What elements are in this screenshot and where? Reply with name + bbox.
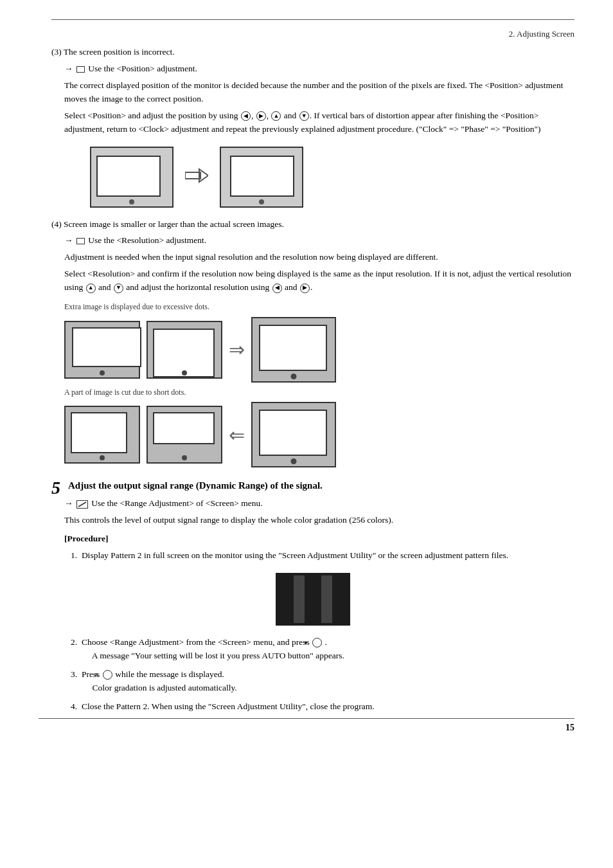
section5-para1: This controls the level of output signal… <box>64 514 574 527</box>
monitor-inline-icon-4 <box>76 238 85 244</box>
section-3: (3) The screen position is incorrect. → … <box>51 46 574 208</box>
procedure-step-3: 3. Press A while the message is displaye… <box>71 668 574 695</box>
rmon-correct2-img <box>259 410 327 456</box>
section4-arrow-line: → Use the <Resolution> adjustment. <box>64 234 574 248</box>
enter-icon-2: ● <box>312 638 322 647</box>
procedure-label: [Procedure] <box>64 532 574 546</box>
rmon-over-right <box>64 321 140 379</box>
bar-4 <box>321 575 332 623</box>
step2-text-after: . <box>324 637 326 647</box>
section4-label: (4) Screen image is smaller or larger th… <box>51 218 574 231</box>
rmon-correct-img <box>259 325 327 371</box>
arrow-symbol-4: → <box>64 235 73 245</box>
rmon-correct <box>251 317 336 383</box>
step2-text: Choose <Range Adjustment> from the <Scre… <box>82 637 310 647</box>
rmon-correct2 <box>251 402 336 467</box>
section5-arrow-line: → Use the <Range Adjustment> of <Screen>… <box>64 497 574 511</box>
pattern-bars <box>276 573 350 626</box>
section3-para1: The correct displayed position of the mo… <box>64 79 574 106</box>
btn-right2-icon: ▶ <box>300 284 310 293</box>
short-dots-label: A part of image is cut due to short dots… <box>64 386 574 399</box>
btn-right-icon: ▶ <box>256 111 266 121</box>
step3-text2: Color gradation is adjusted automaticall… <box>93 683 237 692</box>
rmon-over-down <box>147 321 222 379</box>
page-header: 2. Adjusting Screen <box>51 29 574 39</box>
rmon-correct2-stand <box>291 458 297 464</box>
rmon-correct-stand <box>291 374 297 379</box>
and-text-1: and <box>284 111 299 120</box>
procedure-step-2: 2. Choose <Range Adjustment> from the <S… <box>71 636 574 663</box>
short-dots-diagrams: ⇐ <box>64 402 574 467</box>
section3-para2: Select <Position> and adjust the positio… <box>64 109 574 136</box>
rmon-img-cut2 <box>153 412 215 444</box>
pattern-image <box>51 573 574 626</box>
btn-up2-icon: ▲ <box>86 284 96 293</box>
section3-label: (3) The screen position is incorrect. <box>51 46 574 59</box>
page: 2. Adjusting Screen (3) The screen posit… <box>0 0 613 746</box>
btn-down-icon: ▼ <box>299 111 309 121</box>
arrow-right-diagram <box>185 167 208 187</box>
page-number: 15 <box>565 723 574 733</box>
rmon-stand2 <box>182 370 187 375</box>
step2-num: 2. <box>71 637 80 647</box>
monitor-diagram-before <box>90 147 173 208</box>
svg-rect-0 <box>185 172 200 179</box>
monitor-inline-icon <box>76 66 85 73</box>
step2-text2: A message "Your setting will be lost it … <box>92 651 344 660</box>
step1-text: Display Pattern 2 in full screen on the … <box>82 550 508 560</box>
procedure-step-4: 4. Close the Pattern 2. When using the "… <box>71 700 574 714</box>
btn-up-icon: ▲ <box>271 111 281 121</box>
rmon-stand <box>100 370 105 375</box>
section-5: 5 Adjust the output signal range (Dynami… <box>51 480 574 713</box>
step-content: → Use the <Range Adjustment> of <Screen>… <box>51 497 574 713</box>
hollow-arrow-right: ⇒ <box>229 338 245 361</box>
section-4: (4) Screen image is smaller or larger th… <box>51 218 574 468</box>
step-number: 5 <box>51 479 60 497</box>
top-rule <box>51 19 574 20</box>
section4-para1: Adjustment is needed when the input sign… <box>64 251 574 264</box>
procedure-step-1: 1. Display Pattern 2 in full screen on t… <box>71 549 574 563</box>
bar-2 <box>294 575 305 623</box>
rmon-stand4 <box>182 455 187 460</box>
monitor-diagram-after <box>220 147 303 208</box>
bar-5 <box>335 575 346 623</box>
svg-line-2 <box>78 502 86 507</box>
resolution-section-extra: Extra image is displayed due to excessiv… <box>51 301 574 467</box>
btn-left-icon: ◀ <box>241 111 251 121</box>
header-title: 2. Adjusting Screen <box>509 29 574 39</box>
step3-num: 3. <box>71 669 80 679</box>
bar-3 <box>308 575 319 623</box>
extra-dots-label: Extra image is displayed due to excessiv… <box>64 301 574 313</box>
position-diagrams <box>90 147 574 208</box>
section4-use-text: Use the <Resolution> adjustment. <box>88 235 206 245</box>
step4-text: Close the Pattern 2. When using the "Scr… <box>82 701 375 711</box>
range-icon <box>76 500 88 509</box>
btn-left2-icon: ◀ <box>272 284 282 293</box>
rmon-cut-right <box>64 406 140 464</box>
extra-dots-diagrams: ⇒ <box>64 317 574 383</box>
rmon-img-cut1 <box>71 412 127 453</box>
rmon-img <box>72 327 141 367</box>
arrow-symbol-3: → <box>64 64 73 73</box>
step4-num: 4. <box>71 701 80 711</box>
bar-1 <box>280 575 290 623</box>
section4-para2: Select <Resolution> and confirm if the r… <box>64 267 574 294</box>
section5-use-text: Use the <Range Adjustment> of <Screen> m… <box>91 498 262 508</box>
hollow-arrow-left: ⇐ <box>229 424 245 446</box>
step-title: Adjust the output signal range (Dynamic … <box>68 480 574 491</box>
step3-text-after: while the message is displayed. <box>115 669 224 679</box>
step1-num: 1. <box>71 550 80 560</box>
auto-icon-3: A <box>103 670 112 680</box>
btn-down2-icon: ▼ <box>114 284 123 293</box>
rmon-stand3 <box>100 455 105 460</box>
section3-use-text: Use the <Position> adjustment. <box>88 64 197 73</box>
step-header: 5 Adjust the output signal range (Dynami… <box>51 480 574 491</box>
arrow-symbol-5: → <box>64 498 73 508</box>
footer: 15 <box>39 718 574 733</box>
section3-arrow-line: → Use the <Position> adjustment. <box>64 62 574 76</box>
rmon-cut-down <box>147 406 222 464</box>
